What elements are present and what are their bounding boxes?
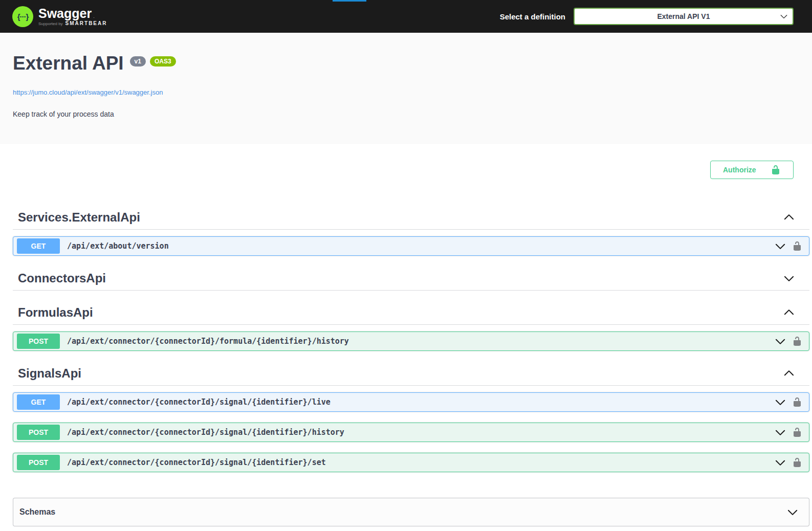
method-badge: POST — [17, 425, 60, 440]
authorize-label: Authorize — [723, 166, 756, 174]
schemas-title: Schemas — [19, 507, 55, 517]
chevron-up-icon[interactable] — [784, 307, 794, 318]
section-title: FormulasApi — [18, 305, 93, 320]
operation-row[interactable]: GET /api/ext/about/version — [13, 236, 809, 256]
logo-title: Swagger — [38, 7, 92, 20]
api-info-section: External API v1 OAS3 https://jumo.cloud/… — [0, 33, 812, 144]
page-title: External API — [13, 53, 124, 74]
unlocked-padlock-icon[interactable] — [792, 457, 802, 468]
method-badge: POST — [17, 334, 60, 349]
section-title: Services.ExternalApi — [18, 210, 140, 225]
chevron-up-icon[interactable] — [784, 212, 794, 223]
chevron-down-icon[interactable] — [784, 273, 794, 283]
operation-path: /api/ext/connector/{connectorId}/formula… — [67, 337, 349, 346]
section-header-services-externalapi[interactable]: Services.ExternalApi — [13, 206, 809, 230]
operation-row[interactable]: GET /api/ext/connector/{connectorId}/sig… — [13, 392, 809, 412]
authorize-button[interactable]: Authorize — [710, 161, 794, 179]
version-badge: v1 — [130, 56, 146, 67]
topbar: {···} Swagger . Supported by SMARTBEAR S… — [0, 0, 812, 33]
chevron-down-icon[interactable] — [787, 507, 798, 517]
method-badge: GET — [17, 394, 60, 410]
section-title: SignalsApi — [18, 366, 81, 381]
chevron-down-icon[interactable] — [775, 336, 785, 346]
unlocked-padlock-icon[interactable] — [792, 397, 802, 407]
chevron-up-icon[interactable] — [784, 368, 794, 379]
top-accent-bar — [333, 0, 366, 2]
chevron-down-icon[interactable] — [775, 427, 785, 437]
section-header-signalsapi[interactable]: SignalsApi — [13, 362, 809, 386]
method-badge: GET — [17, 238, 60, 254]
oas3-badge: OAS3 — [150, 56, 176, 67]
spec-url-link[interactable]: https://jumo.cloud/api/ext/swagger/v1/sw… — [13, 88, 163, 96]
unlocked-padlock-icon — [771, 165, 781, 175]
swagger-logo-icon: {···} — [12, 6, 33, 27]
definition-select[interactable]: External API V1 — [574, 8, 794, 25]
operation-path: /api/ext/about/version — [67, 241, 169, 251]
operation-path: /api/ext/connector/{connectorId}/signal/… — [67, 397, 331, 407]
section-title: ConnectorsApi — [18, 271, 106, 285]
operations-list: Services.ExternalApi GET /api/ext/about/… — [0, 195, 812, 526]
unlocked-padlock-icon[interactable] — [792, 427, 802, 437]
definition-select-value: External API V1 — [657, 12, 710, 20]
section-header-connectorsapi[interactable]: ConnectorsApi — [13, 267, 809, 291]
unlocked-padlock-icon[interactable] — [792, 241, 802, 251]
operation-path: /api/ext/connector/{connectorId}/signal/… — [67, 428, 344, 437]
operation-row[interactable]: POST /api/ext/connector/{connectorId}/fo… — [13, 331, 809, 351]
chevron-down-icon[interactable] — [775, 457, 785, 468]
unlocked-padlock-icon[interactable] — [792, 336, 802, 346]
chevron-down-icon[interactable] — [775, 397, 785, 407]
select-definition-label: Select a definition — [500, 12, 565, 21]
swagger-logo-link[interactable]: {···} Swagger . Supported by SMARTBEAR — [12, 6, 107, 27]
chevron-down-icon[interactable] — [775, 241, 785, 251]
api-description: Keep track of your process data — [13, 110, 799, 118]
section-header-formulasapi[interactable]: FormulasApi — [13, 301, 809, 325]
method-badge: POST — [17, 455, 60, 470]
schemas-section-header[interactable]: Schemas — [13, 498, 809, 526]
supported-by-label: Supported by — [38, 21, 63, 26]
scheme-container: Authorize — [0, 144, 812, 195]
logo-trademark: . — [93, 14, 95, 19]
operation-row[interactable]: POST /api/ext/connector/{connectorId}/si… — [13, 453, 809, 472]
chevron-down-icon — [780, 13, 787, 20]
operation-row[interactable]: POST /api/ext/connector/{connectorId}/si… — [13, 423, 809, 442]
logo-braces: {···} — [17, 12, 29, 21]
smartbear-label: SMARTBEAR — [65, 20, 107, 26]
operation-path: /api/ext/connector/{connectorId}/signal/… — [67, 458, 326, 467]
